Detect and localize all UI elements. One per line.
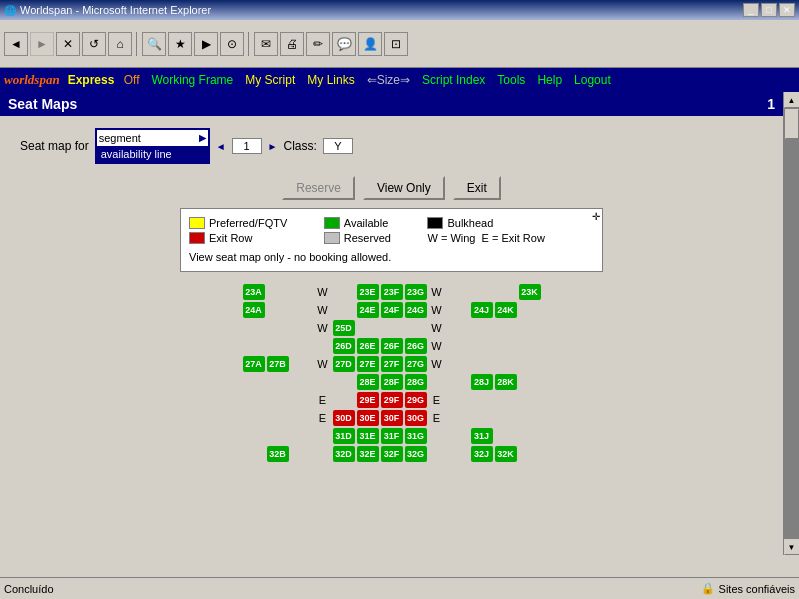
seat-32D[interactable]: 32D [333, 446, 355, 462]
num-input[interactable] [232, 138, 262, 154]
seat-24J[interactable]: 24J [471, 302, 493, 318]
wing-label-25r: W [429, 322, 445, 334]
reserve-button[interactable]: Reserve [282, 176, 355, 200]
seat-30D[interactable]: 30D [333, 410, 355, 426]
seat-32K[interactable]: 32K [495, 446, 517, 462]
seat-26G[interactable]: 26G [405, 338, 427, 354]
home-button[interactable]: ⌂ [108, 32, 132, 56]
menu-item-size[interactable]: ⇐Size⇒ [361, 71, 416, 89]
seat-row-30: E 30D 30E 30F 30G E [0, 410, 783, 426]
seat-28G[interactable]: 28G [405, 374, 427, 390]
express-value: Off [118, 71, 146, 89]
refresh-button[interactable]: ↺ [82, 32, 106, 56]
seat-24G[interactable]: 24G [405, 302, 427, 318]
seat-27A[interactable]: 27A [243, 356, 265, 372]
search-button[interactable]: 🔍 [142, 32, 166, 56]
menu-item-script-index[interactable]: Script Index [416, 71, 491, 89]
empty-30C [291, 410, 313, 426]
num-next-arrow[interactable]: ► [268, 141, 278, 152]
scroll-up-button[interactable]: ▲ [784, 92, 800, 108]
mail-button[interactable]: ✉ [254, 32, 278, 56]
back-button[interactable]: ◄ [4, 32, 28, 56]
seat-row-23: 23A W 23E 23F 23G W 23K [0, 284, 783, 300]
menu-item-my-script[interactable]: My Script [239, 71, 301, 89]
legend-wing-exit: W = Wing E = Exit Row [427, 232, 594, 244]
seat-23G[interactable]: 23G [405, 284, 427, 300]
seat-31D[interactable]: 31D [333, 428, 355, 444]
seat-32G[interactable]: 32G [405, 446, 427, 462]
seat-24K[interactable]: 24K [495, 302, 517, 318]
minimize-button[interactable]: _ [743, 3, 759, 17]
seat-27D[interactable]: 27D [333, 356, 355, 372]
status-text: Concluído [4, 583, 54, 595]
browser-toolbar: ◄ ► ✕ ↺ ⌂ 🔍 ★ ▶ ⊙ ✉ 🖨 ✏ 💬 👤 ⊡ [0, 20, 799, 68]
seat-27G[interactable]: 27G [405, 356, 427, 372]
menu-item-logout[interactable]: Logout [568, 71, 617, 89]
exit-button[interactable]: Exit [453, 176, 501, 200]
empty-28L [519, 374, 541, 390]
scroll-thumb[interactable] [785, 109, 799, 139]
seat-30G[interactable]: 30G [405, 410, 427, 426]
seat-31J[interactable]: 31J [471, 428, 493, 444]
print-button[interactable]: 🖨 [280, 32, 304, 56]
seat-28J[interactable]: 28J [471, 374, 493, 390]
seat-23F[interactable]: 23F [381, 284, 403, 300]
seat-27E[interactable]: 27E [357, 356, 379, 372]
segment-arrow[interactable]: ▶ [199, 133, 206, 143]
seat-24A[interactable]: 24A [243, 302, 265, 318]
seat-24F[interactable]: 24F [381, 302, 403, 318]
seat-23K[interactable]: 23K [519, 284, 541, 300]
seat-26F[interactable]: 26F [381, 338, 403, 354]
seat-23E[interactable]: 23E [357, 284, 379, 300]
seat-31E[interactable]: 31E [357, 428, 379, 444]
seat-27B[interactable]: 27B [267, 356, 289, 372]
seat-32F[interactable]: 32F [381, 446, 403, 462]
gap-26-2 [447, 338, 469, 354]
seat-23A[interactable]: 23A [243, 284, 265, 300]
history-button[interactable]: ⊙ [220, 32, 244, 56]
stop-button[interactable]: ✕ [56, 32, 80, 56]
size-button[interactable]: ⊡ [384, 32, 408, 56]
empty-28D [333, 374, 355, 390]
class-input[interactable] [323, 138, 353, 154]
empty-25F [381, 320, 403, 336]
seat-30E[interactable]: 30E [357, 410, 379, 426]
maximize-button[interactable]: □ [761, 3, 777, 17]
segment-selector[interactable]: segment ▶ availability line [95, 128, 210, 164]
messenger-button[interactable]: 👤 [358, 32, 382, 56]
seat-32E[interactable]: 32E [357, 446, 379, 462]
media-button[interactable]: ▶ [194, 32, 218, 56]
seat-28K[interactable]: 28K [495, 374, 517, 390]
seat-30F[interactable]: 30F [381, 410, 403, 426]
seat-29F[interactable]: 29F [381, 392, 403, 408]
menu-item-help[interactable]: Help [531, 71, 568, 89]
seat-25D[interactable]: 25D [333, 320, 355, 336]
seat-24E[interactable]: 24E [357, 302, 379, 318]
seat-27F[interactable]: 27F [381, 356, 403, 372]
resize-handle[interactable]: ✛ [592, 211, 600, 222]
scroll-down-button[interactable]: ▼ [784, 539, 800, 555]
seat-31F[interactable]: 31F [381, 428, 403, 444]
close-button[interactable]: ✕ [779, 3, 795, 17]
favorites-button[interactable]: ★ [168, 32, 192, 56]
menu-item-tools[interactable]: Tools [491, 71, 531, 89]
discuss-button[interactable]: 💬 [332, 32, 356, 56]
seat-26E[interactable]: 26E [357, 338, 379, 354]
seat-28E[interactable]: 28E [357, 374, 379, 390]
gap-30-2 [447, 410, 469, 426]
edit-button[interactable]: ✏ [306, 32, 330, 56]
legend-bulkhead: Bulkhead [427, 217, 537, 229]
seat-32J[interactable]: 32J [471, 446, 493, 462]
menu-item-working-frame[interactable]: Working Frame [145, 71, 239, 89]
seat-26D[interactable]: 26D [333, 338, 355, 354]
menu-item-my-links[interactable]: My Links [301, 71, 360, 89]
view-only-button[interactable]: View Only [363, 176, 445, 200]
seat-31G[interactable]: 31G [405, 428, 427, 444]
seat-29E[interactable]: 29E [357, 392, 379, 408]
seat-29G[interactable]: 29G [405, 392, 427, 408]
seat-28F[interactable]: 28F [381, 374, 403, 390]
seat-32B[interactable]: 32B [267, 446, 289, 462]
num-prev-arrow[interactable]: ◄ [216, 141, 226, 152]
empty-31K [495, 428, 517, 444]
forward-button[interactable]: ► [30, 32, 54, 56]
